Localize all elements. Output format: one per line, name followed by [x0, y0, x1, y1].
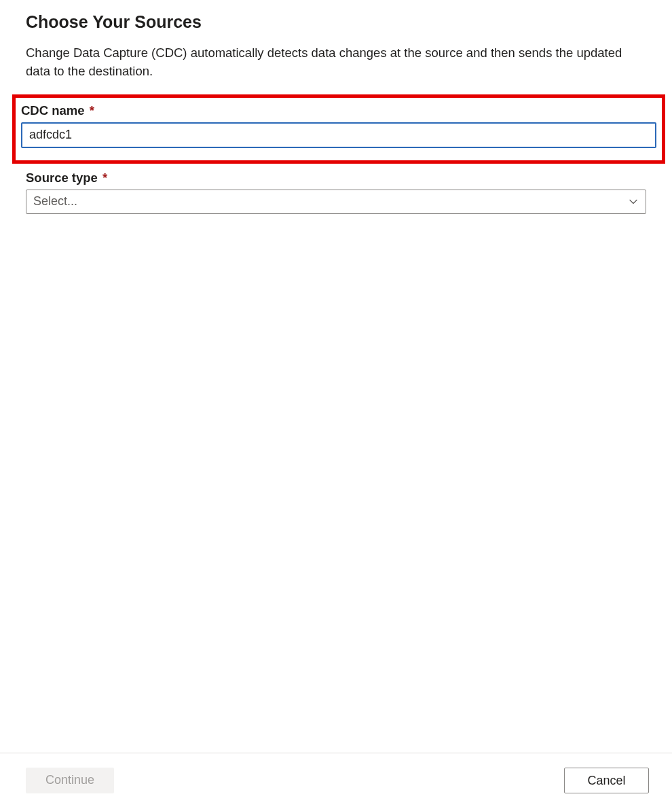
- source-type-field-group: Source type * Select...: [26, 171, 646, 214]
- required-asterisk: *: [90, 103, 94, 118]
- page-title: Choose Your Sources: [26, 12, 646, 32]
- required-asterisk: *: [102, 171, 107, 185]
- footer: Continue Cancel: [0, 753, 672, 807]
- page-description: Change Data Capture (CDC) automatically …: [26, 44, 623, 81]
- cdc-name-label: CDC name *: [21, 103, 94, 118]
- cancel-button[interactable]: Cancel: [564, 768, 649, 793]
- source-type-label: Source type *: [26, 171, 107, 185]
- source-type-select-wrapper: Select...: [26, 190, 646, 214]
- cdc-name-field-group: CDC name *: [21, 103, 656, 148]
- cdc-name-label-text: CDC name: [21, 103, 85, 118]
- cdc-name-highlight: CDC name *: [12, 94, 665, 164]
- continue-button[interactable]: Continue: [26, 768, 114, 793]
- source-type-label-text: Source type: [26, 171, 98, 185]
- cdc-name-input[interactable]: [21, 122, 656, 148]
- source-type-select[interactable]: Select...: [26, 190, 646, 214]
